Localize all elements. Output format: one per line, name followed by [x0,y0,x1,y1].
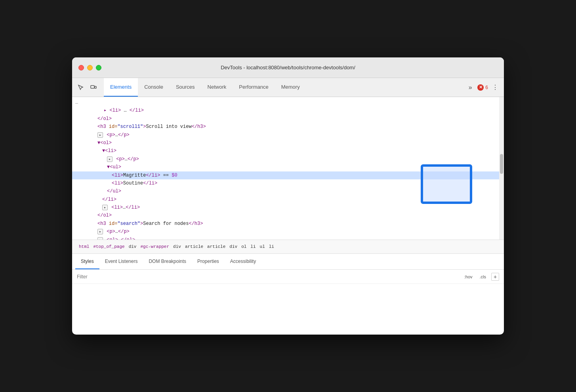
close-button[interactable] [78,65,84,70]
dom-line[interactable]: ▸ <li> … </li> [72,107,504,114]
minimize-button[interactable] [87,65,93,70]
traffic-lights [78,65,101,70]
tab-bar-left [75,78,104,97]
filter-input[interactable] [77,274,459,280]
panel-tab-accessibility[interactable]: Accessibility [225,254,261,269]
breadcrumb-li-1[interactable]: li [248,244,257,250]
tab-sources[interactable]: Sources [170,78,201,97]
panel-tab-properties[interactable]: Properties [192,254,225,269]
breadcrumb-ol[interactable]: ol [239,244,248,250]
tab-bar-right: » ✕ 6 ⋮ [465,78,504,97]
breadcrumb-li-2[interactable]: li [267,244,276,250]
breadcrumb-top-of-page[interactable]: #top_of_page [91,244,126,250]
scrollbar-thumb[interactable] [500,154,503,174]
breadcrumb-div-3[interactable]: div [227,244,239,250]
title-bar: DevTools - localhost:8080/web/tools/chro… [72,57,504,78]
hov-button[interactable]: :hov [462,273,475,280]
panel-tab-dom-breakpoints[interactable]: DOM Breakpoints [143,254,192,269]
device-toolbar-icon[interactable] [88,82,99,93]
tab-memory[interactable]: Memory [275,78,306,97]
devtools-window: DevTools - localhost:8080/web/tools/chro… [72,57,504,335]
breadcrumb-div-1[interactable]: div [127,244,139,250]
breadcrumb-html[interactable]: html [77,244,91,250]
dom-line[interactable]: <h3 id="scroll1">Scroll into view</h3> [72,123,504,131]
inspect-element-icon[interactable] [75,82,86,93]
add-style-button[interactable]: + [491,273,499,281]
breadcrumb-article-1[interactable]: article [183,244,205,250]
dom-line[interactable]: <h3 id="search">Search for nodes</h3> [72,220,504,228]
error-icon: ✕ [477,84,484,91]
dom-line[interactable]: </ol> [72,115,504,123]
panel-tab-styles[interactable]: Styles [75,254,99,269]
scrollbar-track[interactable] [499,97,504,240]
more-tabs-icon[interactable]: » [465,82,476,93]
dom-line[interactable]: </li> [72,196,504,204]
tab-console[interactable]: Console [138,78,170,97]
dom-line[interactable]: ▼<ul> [72,163,504,171]
tab-elements[interactable]: Elements [104,78,138,97]
maximize-button[interactable] [96,65,101,70]
more-options-icon[interactable]: ⋮ [490,82,501,93]
breadcrumb-article-2[interactable]: article [205,244,227,250]
dom-line[interactable]: </ol> [72,211,504,219]
tab-bar: Elements Console Sources Network Perform… [72,78,504,97]
dom-line[interactable]: ▸ <p>…</p> [72,228,504,236]
breadcrumb-gc-wrapper[interactable]: #gc-wrapper [138,244,171,250]
dom-line[interactable]: ▸ <li>…</li> [72,204,504,211]
dom-line-selected[interactable]: <li>Magritte</li> == $0 [72,171,504,179]
cls-button[interactable]: .cls [478,273,488,280]
tab-performance[interactable]: Performance [233,78,275,97]
dom-line[interactable]: </ul> [72,187,504,195]
breadcrumb-ul[interactable]: ul [258,244,267,250]
svg-rect-0 [91,86,94,88]
dom-line[interactable]: ▸ <p>…</p> [72,131,504,139]
breadcrumb-bar: html #top_of_page div #gc-wrapper div ar… [72,240,504,254]
dom-line[interactable]: ▼<ol> [72,139,504,147]
tab-network[interactable]: Network [201,78,233,97]
panel-tabs: Styles Event Listeners DOM Breakpoints P… [72,254,504,270]
error-badge[interactable]: ✕ 6 [477,84,488,91]
dom-panel[interactable]: … ▸ <li> … </li> </ol> <h3 id="scroll1">… [72,97,504,240]
breadcrumb-div-2[interactable]: div [171,244,183,250]
main-tabs: Elements Console Sources Network Perform… [104,78,306,97]
filter-bar: :hov .cls + [72,270,504,284]
dom-line[interactable]: ▼<li> [72,147,504,155]
dom-line[interactable]: ▸ <ol>…</ol> [72,236,504,240]
svg-rect-1 [95,86,96,88]
bottom-panel: Styles Event Listeners DOM Breakpoints P… [72,254,504,284]
dom-line[interactable]: ▸ <p>…</p> [72,155,504,163]
dom-line[interactable]: <li>Soutine</li> [72,179,504,187]
window-title: DevTools - localhost:8080/web/tools/chro… [221,65,355,70]
panel-tab-event-listeners[interactable]: Event Listeners [99,254,143,269]
dots-indicator: … [72,99,504,107]
